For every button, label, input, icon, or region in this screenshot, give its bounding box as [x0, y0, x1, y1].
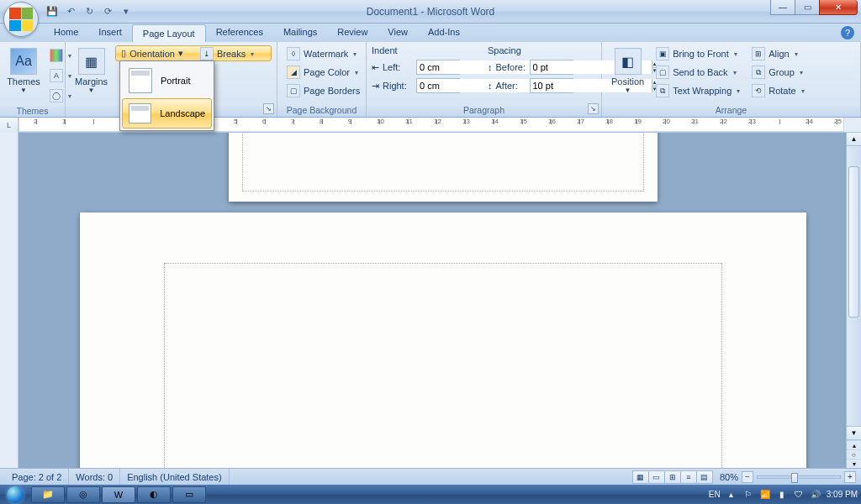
tab-references[interactable]: References: [206, 24, 273, 42]
view-outline[interactable]: ≡: [680, 470, 697, 484]
maximize-button[interactable]: ▭: [795, 0, 820, 15]
vertical-ruler[interactable]: [0, 133, 18, 468]
qat-redo[interactable]: ↻: [81, 3, 98, 20]
document-canvas[interactable]: [18, 133, 844, 468]
browse-object[interactable]: ○: [847, 449, 861, 459]
title-bar: 💾 ↶ ↻ ⟳ ▾ Document1 - Microsoft Word — ▭…: [0, 0, 861, 24]
scroll-up[interactable]: ▲: [847, 133, 861, 146]
tab-view[interactable]: View: [378, 24, 418, 42]
vertical-scrollbar[interactable]: ▲ ▼ ▴ ○ ▾: [846, 133, 861, 468]
taskbar-app-1[interactable]: ◐: [137, 486, 171, 503]
indent-left-input[interactable]: ▲▼: [416, 60, 460, 75]
system-tray: EN ▴ ⚐ 📶 ▮ 🛡 🔊 3:09 PM: [709, 489, 861, 501]
watermark-icon: ◊: [287, 47, 300, 60]
start-button[interactable]: [0, 485, 30, 504]
taskbar-explorer[interactable]: 📁: [31, 486, 65, 503]
qat-repeat[interactable]: ⟳: [99, 3, 116, 20]
page-setup-launcher[interactable]: ↘: [263, 103, 274, 114]
status-words[interactable]: Words: 0: [69, 469, 120, 485]
minimize-button[interactable]: —: [770, 0, 795, 15]
qat-save[interactable]: 💾: [44, 3, 61, 20]
tray-shield-icon[interactable]: 🛡: [793, 489, 805, 501]
scroll-thumb[interactable]: [848, 166, 859, 318]
view-web-layout[interactable]: ⊞: [664, 470, 681, 484]
spacing-before-input[interactable]: ▲▼: [530, 60, 573, 75]
spacing-before-label: Before:: [496, 62, 526, 72]
breaks-button[interactable]: ⤓Breaks▾: [196, 45, 258, 62]
page-color-button[interactable]: ◢Page Color▾: [283, 64, 364, 81]
spacing-after-input[interactable]: ▲▼: [530, 78, 573, 93]
zoom-out[interactable]: −: [742, 471, 753, 483]
document-area: ▲ ▼ ▴ ○ ▾: [0, 133, 861, 468]
paragraph-launcher[interactable]: ↘: [588, 103, 599, 114]
margins-label: Margins: [75, 76, 108, 87]
zoom-in[interactable]: +: [844, 471, 856, 483]
taskbar-word[interactable]: W: [102, 486, 135, 503]
status-page[interactable]: Page: 2 of 2: [5, 469, 69, 485]
group-paragraph: Indent ⇤Left:▲▼ ⇥Right:▲▼ Spacing ↕Befor…: [367, 42, 602, 117]
zoom-slider[interactable]: [757, 475, 841, 479]
tray-volume-icon[interactable]: 🔊: [810, 489, 821, 501]
group-label-page-background: Page Background: [283, 103, 361, 115]
indent-left-label: Left:: [383, 62, 413, 72]
prev-page[interactable]: ▴: [847, 440, 861, 449]
window-controls: — ▭ ✕: [771, 0, 858, 15]
taskbar-chrome[interactable]: ◎: [66, 486, 100, 503]
qat-customize[interactable]: ▾: [118, 3, 135, 20]
tray-flag-icon[interactable]: ⚐: [742, 489, 754, 501]
tab-home[interactable]: Home: [44, 24, 88, 42]
page-1[interactable]: [229, 133, 658, 202]
tray-chevron-icon[interactable]: ▴: [726, 489, 737, 501]
close-button[interactable]: ✕: [819, 0, 858, 15]
orientation-landscape[interactable]: Landscape: [122, 98, 212, 129]
group-label-themes: Themes: [5, 104, 60, 116]
indent-left-icon: ⇤: [372, 62, 379, 73]
tab-selector[interactable]: L: [0, 118, 18, 133]
align-icon: ⊞: [752, 47, 765, 60]
help-button[interactable]: ?: [841, 26, 854, 39]
text-wrapping-button[interactable]: ⧉Text Wrapping▾: [652, 82, 744, 99]
tab-insert[interactable]: Insert: [88, 24, 132, 42]
themes-button[interactable]: Aa Themes ▼: [5, 45, 42, 104]
qat-undo[interactable]: ↶: [62, 3, 79, 20]
send-back-icon: ▢: [656, 66, 669, 79]
send-to-back-button[interactable]: ▢Send to Back▾: [652, 64, 744, 81]
view-print-layout[interactable]: ▦: [632, 470, 649, 484]
office-button[interactable]: [3, 2, 39, 37]
tab-page-layout[interactable]: Page Layout: [132, 24, 206, 43]
position-button[interactable]: ◧ Position ▼: [607, 45, 648, 103]
bring-to-front-button[interactable]: ▣Bring to Front▾: [652, 45, 744, 62]
page-color-icon: ◢: [287, 66, 300, 79]
tray-clock[interactable]: 3:09 PM: [827, 490, 858, 499]
orientation-portrait[interactable]: Portrait: [122, 63, 212, 98]
tab-mailings[interactable]: Mailings: [273, 24, 327, 42]
scroll-down[interactable]: ▼: [847, 426, 861, 439]
landscape-icon: [129, 103, 151, 123]
tab-review[interactable]: Review: [327, 24, 378, 42]
indent-right-input[interactable]: ▲▼: [416, 78, 460, 93]
colors-icon: [50, 49, 63, 62]
page-borders-button[interactable]: ▢Page Borders: [283, 82, 364, 99]
group-button[interactable]: ⧉Group▾: [747, 64, 808, 81]
view-full-screen[interactable]: ▭: [648, 470, 665, 484]
tray-lang[interactable]: EN: [709, 490, 721, 499]
zoom-level[interactable]: 80%: [720, 472, 738, 482]
watermark-button[interactable]: ◊Watermark▾: [283, 45, 364, 62]
group-icon: ⧉: [752, 66, 765, 79]
status-language[interactable]: English (United States): [120, 469, 230, 485]
next-page[interactable]: ▾: [847, 459, 861, 468]
tray-battery-icon[interactable]: ▮: [776, 489, 788, 501]
align-button[interactable]: ⊞Align▾: [747, 45, 808, 62]
portrait-icon: [129, 68, 152, 93]
tab-add-ins[interactable]: Add-Ins: [418, 24, 470, 42]
tray-network-icon[interactable]: 📶: [759, 489, 771, 501]
margins-button[interactable]: ▦ Margins ▼: [71, 45, 112, 113]
page-1-margin: [242, 133, 644, 192]
view-draft[interactable]: ▤: [696, 470, 713, 484]
rotate-button[interactable]: ⟲Rotate▾: [747, 82, 808, 99]
zoom-thumb[interactable]: [791, 473, 798, 483]
orientation-icon: ▯: [121, 48, 126, 59]
taskbar-app-2[interactable]: ▭: [172, 486, 206, 503]
page-2[interactable]: [80, 213, 806, 468]
quick-access-toolbar: 💾 ↶ ↻ ⟳ ▾: [44, 3, 135, 20]
